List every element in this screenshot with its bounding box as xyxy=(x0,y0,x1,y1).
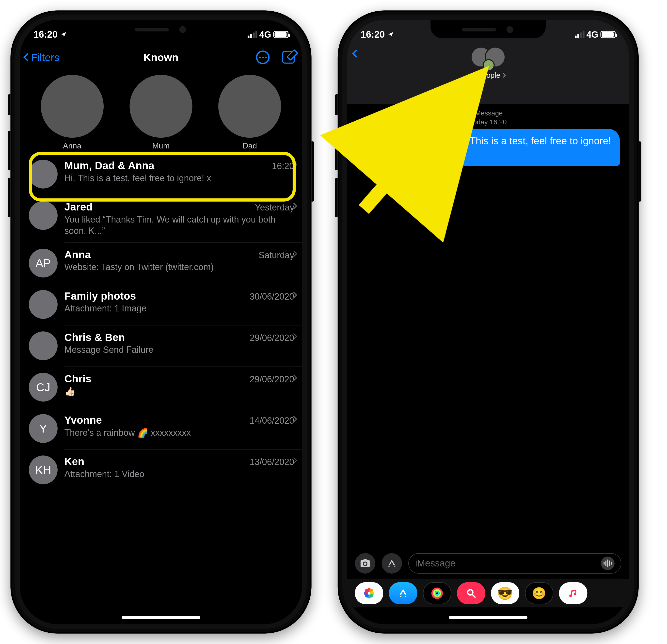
row-title: Chris xyxy=(64,373,92,385)
row-preview: Hi. This is a test, feel free to ignore!… xyxy=(64,173,296,184)
row-title: Jared xyxy=(64,201,93,213)
network-label: 4G xyxy=(586,30,598,39)
row-time: Yesterday xyxy=(255,203,294,212)
network-label: 4G xyxy=(259,30,271,39)
dictate-button[interactable] xyxy=(601,557,615,570)
app-memoji-2[interactable]: 😊 xyxy=(525,582,553,604)
row-preview: There's a rainbow 🌈 xxxxxxxxx xyxy=(64,427,296,438)
notch xyxy=(430,20,546,38)
avatar: CJ xyxy=(29,373,58,402)
status-time: 16:20 xyxy=(33,29,58,40)
avatar: Y xyxy=(29,414,58,443)
row-title: Family photos xyxy=(64,290,136,302)
avatar xyxy=(129,75,192,138)
message-bubble-sent[interactable]: Hi. This is a test, feel free to ignore!… xyxy=(447,129,620,166)
avatar: KH xyxy=(29,455,58,484)
avatar xyxy=(29,331,58,360)
home-indicator[interactable] xyxy=(449,616,527,619)
pinned-name: Mum xyxy=(152,141,170,150)
app-music[interactable] xyxy=(559,582,587,604)
row-time: 13/06/2020 xyxy=(249,457,294,467)
app-photos[interactable] xyxy=(355,582,383,604)
chevron-left-icon xyxy=(352,49,360,58)
battery-icon xyxy=(600,31,616,38)
row-preview: Attachment: 1 Image xyxy=(64,303,296,314)
back-label: Filters xyxy=(31,51,59,63)
conversation-row[interactable]: AP Anna Saturday Website: Tasty on Twitt… xyxy=(20,242,302,284)
nav-bar: Filters Known xyxy=(20,45,302,70)
pinned-name: Dad xyxy=(243,141,257,150)
app-appstore[interactable] xyxy=(389,582,417,604)
pinned-contact[interactable]: Dad xyxy=(218,75,281,150)
row-title: Anna xyxy=(64,248,91,260)
back-filters-button[interactable]: Filters xyxy=(25,51,59,63)
conversation-row[interactable]: KH Ken 13/06/2020 Attachment: 1 Video xyxy=(20,449,302,490)
pinned-contact[interactable]: Mum xyxy=(129,75,192,150)
app-activity[interactable] xyxy=(423,582,451,604)
pinned-name: Anna xyxy=(63,141,81,150)
battery-icon xyxy=(273,31,289,38)
pinned-contact[interactable]: Anna xyxy=(41,75,103,150)
camera-button[interactable] xyxy=(355,553,375,574)
nav-title: Known xyxy=(144,51,178,63)
avatar xyxy=(218,75,281,138)
row-time: 30/06/2020 xyxy=(249,291,294,302)
home-indicator[interactable] xyxy=(121,616,200,619)
more-button[interactable] xyxy=(256,50,270,64)
svg-point-7 xyxy=(365,589,369,593)
row-title: Mum, Dad & Anna xyxy=(64,160,154,172)
row-preview: Website: Tasty on Twitter (twitter.com) xyxy=(64,261,296,273)
app-memoji-1[interactable]: 😎 xyxy=(491,582,519,604)
group-avatar xyxy=(471,47,506,67)
app-search[interactable] xyxy=(457,582,485,604)
signal-icon xyxy=(248,31,257,38)
conversation-row[interactable]: Chris & Ben 29/06/2020 Message Send Fail… xyxy=(20,325,302,367)
signal-icon xyxy=(575,31,584,38)
row-preview: 👍🏻 xyxy=(64,386,296,397)
input-row: iMessage xyxy=(347,551,629,576)
camera-icon xyxy=(360,558,371,569)
avatar xyxy=(41,75,103,138)
conversation-meta: iMessage Today 16:20 xyxy=(347,109,629,127)
location-icon xyxy=(387,31,394,38)
message-placeholder: iMessage xyxy=(415,558,456,569)
svg-line-12 xyxy=(472,595,475,597)
conversation-row[interactable]: CJ Chris 29/06/2020 👍🏻 xyxy=(20,367,302,408)
row-preview: You liked “Thanks Tim. We will catch up … xyxy=(64,214,296,236)
row-title: Chris & Ben xyxy=(64,331,125,343)
conversation-title[interactable]: 3 People xyxy=(471,71,505,80)
row-preview: Message Send Failure xyxy=(64,344,296,355)
chevron-left-icon xyxy=(23,53,32,61)
back-button[interactable] xyxy=(354,51,359,58)
appstore-icon xyxy=(386,558,397,569)
location-icon xyxy=(60,31,67,38)
avatar xyxy=(29,160,58,189)
row-time: 29/06/2020 xyxy=(249,333,294,343)
row-preview: Attachment: 1 Video xyxy=(64,468,296,479)
row-title: Yvonne xyxy=(64,414,102,426)
message-input[interactable]: iMessage xyxy=(408,553,621,574)
row-title: Ken xyxy=(64,455,84,467)
row-time: 29/06/2020 xyxy=(249,374,294,384)
svg-point-10 xyxy=(435,592,439,595)
conversation-row[interactable]: Jared Yesterday You liked “Thanks Tim. W… xyxy=(20,195,302,242)
conversation-title-label: 3 People xyxy=(471,71,500,80)
conversation-row[interactable]: Y Yvonne 14/06/2020 There's a rainbow 🌈 … xyxy=(20,408,302,449)
compose-button[interactable] xyxy=(282,51,295,64)
chevron-right-icon xyxy=(501,73,506,78)
appstore-button[interactable] xyxy=(381,553,402,574)
avatar: AP xyxy=(29,248,58,277)
row-time: Saturday xyxy=(259,250,294,260)
status-time: 16:20 xyxy=(361,29,385,40)
avatar xyxy=(29,290,58,319)
app-strip[interactable]: 😎 😊 xyxy=(347,579,629,607)
avatar xyxy=(29,201,58,230)
notch xyxy=(103,20,218,38)
conversation-row[interactable]: Family photos 30/06/2020 Attachment: 1 I… xyxy=(20,284,302,325)
row-time: 14/06/2020 xyxy=(249,416,294,425)
row-time: 16:20 xyxy=(272,161,294,171)
conversation-row[interactable]: Mum, Dad & Anna 16:20 Hi. This is a test… xyxy=(20,154,302,195)
